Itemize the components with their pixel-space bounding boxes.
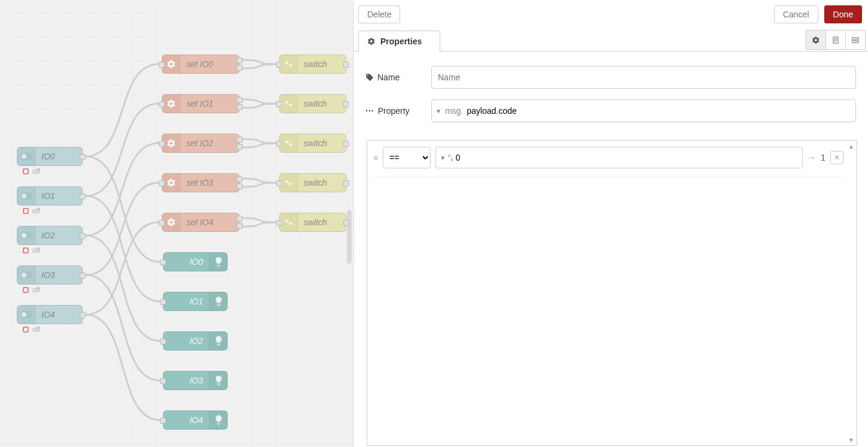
- node-port[interactable]: [160, 259, 166, 265]
- node-port[interactable]: [237, 58, 243, 64]
- tab-icon-description[interactable]: [825, 30, 846, 50]
- cancel-button[interactable]: Cancel: [774, 5, 818, 23]
- status-text: off: [32, 286, 40, 294]
- node-port[interactable]: [237, 104, 243, 110]
- node-port[interactable]: [237, 216, 243, 222]
- debug-node[interactable]: IO3: [163, 371, 228, 390]
- node-port[interactable]: [159, 62, 165, 68]
- node-label: IO4: [164, 415, 209, 425]
- switch-node[interactable]: switch: [279, 213, 346, 232]
- caret-down-icon[interactable]: ▼: [435, 108, 441, 114]
- node-port[interactable]: [237, 223, 243, 229]
- node-port[interactable]: [80, 312, 86, 318]
- node-port[interactable]: [237, 183, 243, 189]
- caret-down-icon[interactable]: ▼: [440, 155, 446, 161]
- switch-node[interactable]: switch: [279, 55, 346, 74]
- delete-button[interactable]: Delete: [358, 5, 400, 23]
- switch-node[interactable]: switch: [279, 134, 346, 153]
- change-node[interactable]: set IO0: [162, 55, 240, 74]
- change-node[interactable]: set IO3: [162, 173, 240, 192]
- status-text: off: [32, 325, 40, 334]
- canvas-scrollbar[interactable]: [347, 210, 352, 264]
- scroll-down-icon[interactable]: ▼: [847, 436, 855, 444]
- debug-node[interactable]: IO4: [163, 410, 228, 430]
- status-text: off: [32, 207, 40, 215]
- gear-icon: [162, 134, 180, 152]
- rules-list: ▲ ≡ == ▼ 09 → 1 ✕ ▼: [367, 140, 857, 446]
- node-port[interactable]: [160, 378, 166, 384]
- inject-node[interactable]: IO1: [17, 186, 83, 206]
- node-label: switch: [298, 59, 333, 69]
- value-field[interactable]: ▼ 09: [435, 147, 803, 168]
- node-label: IO0: [35, 152, 61, 161]
- name-label: Name: [365, 73, 431, 82]
- arrow-right-icon: →: [807, 153, 816, 162]
- debug-node[interactable]: IO0: [163, 252, 228, 271]
- tab-icon-appearance[interactable]: [845, 30, 866, 50]
- node-port[interactable]: [237, 65, 243, 71]
- switch-node[interactable]: switch: [279, 173, 346, 192]
- node-port[interactable]: [237, 137, 243, 143]
- done-button[interactable]: Done: [824, 5, 862, 23]
- delete-rule-button[interactable]: ✕: [830, 151, 843, 164]
- node-port[interactable]: [159, 220, 165, 226]
- inject-node[interactable]: IO4: [17, 305, 83, 324]
- change-node[interactable]: set IO2: [162, 134, 240, 153]
- node-port[interactable]: [237, 144, 243, 150]
- tab-icon-settings[interactable]: [806, 30, 826, 50]
- node-port[interactable]: [276, 101, 282, 107]
- inject-node[interactable]: IO0: [17, 147, 83, 166]
- node-port[interactable]: [276, 220, 282, 226]
- inject-icon: [17, 147, 35, 165]
- name-input[interactable]: [431, 66, 856, 89]
- node-label: set IO4: [180, 218, 219, 227]
- node-port[interactable]: [237, 176, 243, 182]
- operator-select[interactable]: ==: [383, 147, 431, 168]
- node-port[interactable]: [160, 418, 166, 424]
- node-port[interactable]: [343, 141, 349, 147]
- svg-point-15: [854, 39, 855, 40]
- node-port[interactable]: [343, 62, 349, 68]
- node-port[interactable]: [276, 62, 282, 68]
- node-label: switch: [298, 218, 333, 227]
- node-label: switch: [298, 138, 333, 148]
- property-input[interactable]: [467, 106, 852, 116]
- node-port[interactable]: [159, 180, 165, 186]
- change-node[interactable]: set IO1: [162, 94, 240, 113]
- node-port[interactable]: [276, 180, 282, 186]
- status-indicator: [23, 247, 29, 253]
- inject-node[interactable]: IO3: [17, 265, 83, 285]
- change-node[interactable]: set IO4: [162, 213, 240, 232]
- drag-handle-icon[interactable]: ≡: [373, 153, 378, 162]
- node-port[interactable]: [80, 273, 86, 279]
- node-port[interactable]: [343, 220, 349, 226]
- node-port[interactable]: [80, 194, 86, 200]
- value-input[interactable]: [455, 153, 799, 162]
- node-label: set IO3: [180, 178, 219, 188]
- flow-canvas[interactable]: IO0offIO1offIO2offIO3offIO4offset IO0set…: [0, 0, 352, 447]
- panel-tabs: Properties: [353, 29, 868, 52]
- node-port[interactable]: [343, 101, 349, 107]
- debug-node[interactable]: IO2: [163, 331, 228, 351]
- node-port[interactable]: [237, 97, 243, 103]
- debug-node[interactable]: IO1: [163, 292, 228, 311]
- node-port[interactable]: [159, 141, 165, 147]
- switch-icon: [280, 55, 298, 73]
- node-port[interactable]: [160, 299, 166, 305]
- node-port[interactable]: [159, 101, 165, 107]
- tab-label: Properties: [380, 37, 422, 46]
- node-port[interactable]: [276, 141, 282, 147]
- inject-node[interactable]: IO2: [17, 226, 83, 245]
- node-port[interactable]: [343, 180, 349, 186]
- node-port[interactable]: [80, 233, 86, 239]
- node-port[interactable]: [160, 339, 166, 345]
- node-port[interactable]: [80, 154, 86, 160]
- switch-node[interactable]: switch: [279, 94, 346, 113]
- node-label: set IO0: [180, 59, 219, 69]
- svg-point-7: [22, 273, 26, 277]
- tag-icon: [365, 73, 374, 81]
- gear-icon: [162, 55, 180, 73]
- property-field[interactable]: ▼ msg.: [431, 99, 856, 122]
- tab-properties[interactable]: Properties: [358, 31, 440, 52]
- scroll-up-icon[interactable]: ▲: [847, 142, 855, 150]
